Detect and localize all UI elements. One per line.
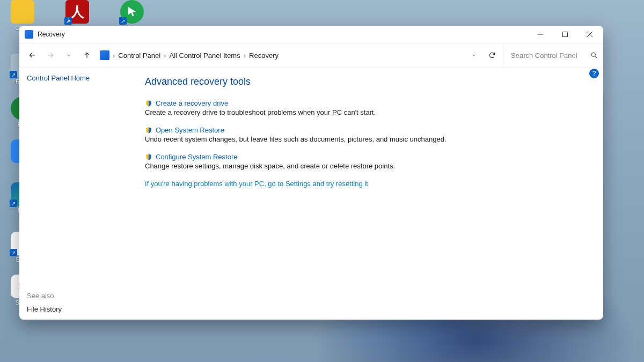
recovery-item-configure-system-restore: Configure System Restore Change restore … [145, 153, 591, 170]
shortcut-arrow-icon [10, 200, 17, 207]
arrow-up-icon [83, 51, 91, 59]
create-recovery-drive-link[interactable]: Create a recovery drive [156, 99, 228, 107]
chevron-right-icon: › [244, 51, 246, 60]
breadcrumb[interactable]: › Control Panel › All Control Panel Item… [100, 50, 279, 60]
control-panel-home-link[interactable]: Control Panel Home [27, 74, 126, 82]
app-icon [25, 30, 33, 39]
breadcrumb-item[interactable]: Recovery [249, 51, 279, 60]
configure-system-restore-link[interactable]: Configure System Restore [156, 153, 237, 161]
search-icon [590, 51, 598, 59]
see-also-header: See also [27, 292, 126, 300]
breadcrumb-history-button[interactable] [466, 48, 481, 63]
chevron-down-icon [66, 53, 71, 58]
arrow-left-icon [28, 51, 36, 59]
shortcut-arrow-icon [64, 17, 72, 25]
breadcrumb-item[interactable]: Control Panel [118, 51, 160, 60]
close-button[interactable] [577, 26, 602, 43]
page-title: Advanced recovery tools [145, 76, 591, 87]
shortcut-arrow-icon [119, 17, 127, 25]
shortcut-arrow-icon [10, 71, 17, 78]
see-also-file-history-link[interactable]: File History [27, 305, 126, 313]
window-title: Recovery [38, 31, 65, 38]
minimize-icon [538, 32, 543, 37]
arrow-right-icon [47, 51, 54, 59]
reset-pc-link[interactable]: If you're having problems with your PC, … [145, 180, 591, 188]
item-description: Undo recent system changes, but leave fi… [145, 135, 591, 143]
breadcrumb-item[interactable]: All Control Panel Items [169, 51, 240, 60]
chevron-right-icon: › [164, 51, 166, 60]
item-description: Change restore settings, manage disk spa… [145, 162, 591, 170]
forward-button[interactable] [43, 48, 58, 63]
chevron-right-icon: › [113, 51, 115, 60]
search-box[interactable] [503, 43, 598, 67]
minimize-button[interactable] [528, 26, 553, 43]
back-button[interactable] [25, 48, 40, 63]
chevron-down-icon [471, 53, 477, 58]
svg-rect-5 [563, 32, 568, 37]
shield-icon [145, 100, 152, 107]
titlebar[interactable]: Recovery [19, 26, 603, 43]
open-system-restore-link[interactable]: Open System Restore [156, 126, 224, 134]
close-icon [587, 32, 592, 37]
shield-icon [145, 127, 152, 134]
maximize-button[interactable] [553, 26, 577, 43]
cursor-icon [126, 6, 138, 18]
address-bar: › Control Panel › All Control Panel Item… [19, 43, 603, 68]
svg-point-8 [591, 53, 595, 56]
refresh-icon [488, 51, 496, 59]
content-area: Control Panel Home See also File History… [19, 68, 603, 320]
recovery-item-create-drive: Create a recovery drive Create a recover… [145, 99, 591, 116]
recent-dropdown-button[interactable] [61, 48, 76, 63]
main-panel: ? Advanced recovery tools Create a recov… [133, 68, 603, 320]
maximize-icon [562, 32, 568, 37]
recovery-item-open-system-restore: Open System Restore Undo recent system c… [145, 126, 591, 143]
item-description: Create a recovery drive to troubleshoot … [145, 108, 591, 116]
up-button[interactable] [79, 48, 94, 63]
control-panel-icon [100, 50, 109, 60]
search-input[interactable] [510, 51, 587, 60]
svg-line-9 [595, 56, 597, 58]
sidebar: Control Panel Home See also File History [19, 68, 133, 320]
refresh-button[interactable] [485, 48, 500, 63]
shortcut-arrow-icon [10, 249, 17, 256]
help-button[interactable]: ? [589, 69, 599, 78]
shield-icon [145, 153, 152, 161]
window-recovery: Recovery › Control Panel › All Control P… [19, 26, 603, 320]
